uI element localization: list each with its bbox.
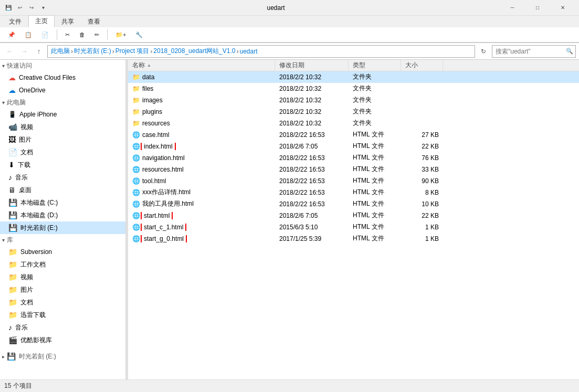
- forward-button[interactable]: →: [18, 45, 30, 58]
- file-row[interactable]: 📁plugins2018/2/2 10:32文件夹: [128, 106, 579, 118]
- sidebar-bottom-diske-label: 时光若刻 (E:): [19, 352, 56, 361]
- file-icon: 📁: [132, 85, 140, 92]
- tab-share[interactable]: 共享: [55, 16, 81, 27]
- diske-icon: 💾: [8, 224, 17, 232]
- file-row[interactable]: 📁images2018/2/2 10:32文件夹: [128, 94, 579, 106]
- tab-view[interactable]: 查看: [81, 16, 107, 27]
- sidebar-item-desktop[interactable]: 🖥 桌面: [0, 184, 125, 196]
- file-cell-size: 22 KB: [401, 212, 443, 219]
- col-header-name[interactable]: 名称 ▲: [128, 60, 275, 71]
- status-bar: 15 个项目: [0, 379, 579, 392]
- path-site[interactable]: 2018_0208_uedart网站_V1.0: [153, 47, 235, 56]
- path-uedart[interactable]: uedart: [239, 48, 257, 55]
- sidebar-item-subversion-label: Subversion: [20, 248, 52, 256]
- path-thispc[interactable]: 此电脑: [51, 47, 70, 56]
- file-row[interactable]: 🌐我的工具使用.html2018/2/22 16:53HTML 文件10 KB: [128, 198, 579, 210]
- file-icon: 📁: [132, 97, 140, 104]
- maximize-button[interactable]: □: [525, 0, 550, 16]
- file-row[interactable]: 🌐index.html2018/2/6 7:05HTML 文件22 KB: [128, 141, 579, 152]
- search-icon[interactable]: 🔍: [564, 46, 575, 57]
- ribbon-rename-button[interactable]: ✏: [91, 30, 103, 40]
- search-input[interactable]: [492, 45, 576, 58]
- path-project[interactable]: Project 项目: [115, 47, 150, 56]
- file-row[interactable]: 📁data2018/2/2 10:32文件夹: [128, 71, 579, 83]
- file-row[interactable]: 🌐tool.html2018/2/22 16:53HTML 文件90 KB: [128, 175, 579, 187]
- sidebar-item-downloads-label: 下载: [18, 161, 30, 169]
- sidebar-item-lib-videos[interactable]: 📁 视频: [0, 271, 125, 283]
- dropdown-arrow-icon[interactable]: ▾: [39, 4, 47, 12]
- sidebar-item-diske[interactable]: 💾 时光若刻 (E:): [0, 221, 125, 234]
- file-name-label: start.html: [142, 212, 171, 219]
- minimize-button[interactable]: ─: [500, 0, 524, 16]
- file-cell-date: 2018/2/22 16:53: [275, 189, 349, 196]
- file-icon: 📁: [132, 73, 140, 81]
- sidebar-item-diske-label: 时光若刻 (E:): [20, 224, 58, 232]
- ribbon-newfolder-button[interactable]: 📁+: [112, 30, 130, 40]
- sidebar-item-downloads[interactable]: ⬇ 下载: [0, 158, 125, 171]
- file-cell-name: 🌐xxx作品详情.html: [128, 188, 275, 197]
- sidebar-item-bottom-diske[interactable]: ▸ 💾 时光若刻 (E:): [0, 351, 125, 362]
- tab-home[interactable]: 主页: [28, 15, 55, 27]
- sidebar-item-diskc[interactable]: 💾 本地磁盘 (C:): [0, 196, 125, 209]
- col-header-name-label: 名称: [132, 61, 145, 70]
- sidebar-item-onedrive[interactable]: ☁ OneDrive: [0, 84, 125, 97]
- sidebar-item-iphone[interactable]: 📱 Apple iPhone: [0, 108, 125, 121]
- file-row[interactable]: 🌐case.html2018/2/22 16:53HTML 文件27 KB: [128, 129, 579, 141]
- sidebar-item-iphone-label: Apple iPhone: [19, 111, 57, 118]
- sidebar-section-quickaccess[interactable]: ▾ 快速访问: [0, 60, 125, 71]
- up-button[interactable]: ↑: [33, 45, 45, 58]
- sidebar-item-music[interactable]: ♪ 音乐: [0, 171, 125, 184]
- file-row[interactable]: 🌐xxx作品详情.html2018/2/22 16:53HTML 文件8 KB: [128, 187, 579, 198]
- workdocs-icon: 📁: [8, 260, 17, 269]
- sidebar-item-thunder[interactable]: 📁 迅雷下载: [0, 309, 125, 321]
- sidebar-item-youku[interactable]: 🎬 优酷影视库: [0, 334, 125, 346]
- col-header-date[interactable]: 修改日期: [275, 60, 349, 71]
- ribbon-move-button[interactable]: ✂: [61, 30, 73, 40]
- back-button[interactable]: ←: [3, 45, 16, 58]
- file-row[interactable]: 🌐start_g_0.html2017/1/25 5:39HTML 文件1 KB: [128, 233, 579, 245]
- col-header-size[interactable]: 大小: [401, 60, 443, 71]
- file-row[interactable]: 📁resources2018/2/2 10:32文件夹: [128, 118, 579, 129]
- sidebar-item-videos[interactable]: 📹 视频: [0, 121, 125, 133]
- file-row[interactable]: 🌐start_c_1.html2015/6/3 5:10HTML 文件1 KB: [128, 221, 579, 233]
- sidebar: ▾ 快速访问 ☁ Creative Cloud Files ☁ OneDrive…: [0, 60, 126, 379]
- sidebar-item-diskd[interactable]: 💾 本地磁盘 (D:): [0, 209, 125, 221]
- close-button[interactable]: ✕: [551, 0, 575, 16]
- file-icon: 🌐: [132, 177, 140, 185]
- address-path[interactable]: 此电脑 › 时光若刻 (E:) › Project 项目 › 2018_0208…: [47, 45, 475, 58]
- col-header-type[interactable]: 类型: [349, 60, 401, 71]
- file-cell-name: 📁plugins: [128, 108, 275, 115]
- ribbon-properties-button[interactable]: 🔧: [132, 30, 146, 40]
- sidebar-item-lib-music[interactable]: ♪ 音乐: [0, 321, 125, 334]
- file-icon: 🌐: [132, 131, 140, 139]
- refresh-button[interactable]: ↻: [477, 45, 490, 58]
- sidebar-item-pictures[interactable]: 🖼 图片: [0, 133, 125, 146]
- file-row[interactable]: 📁files2018/2/2 10:32文件夹: [128, 83, 579, 94]
- ribbon-delete-button[interactable]: 🗑: [76, 30, 89, 39]
- file-icon: 🌐: [132, 143, 140, 150]
- tab-file[interactable]: 文件: [2, 16, 28, 27]
- sidebar-item-music-label: 音乐: [15, 173, 28, 182]
- sidebar-item-subversion[interactable]: 📁 Subversion: [0, 246, 125, 258]
- desktop-icon: 🖥: [8, 186, 16, 194]
- sidebar-item-workdocs[interactable]: 📁 工作文档: [0, 258, 125, 271]
- sidebar-item-lib-docs[interactable]: 📁 文档: [0, 296, 125, 309]
- ribbon-pin-button[interactable]: 📌: [4, 30, 19, 40]
- music-icon: ♪: [8, 173, 12, 182]
- ribbon-copy-button[interactable]: 📋: [21, 30, 36, 40]
- sidebar-section-library[interactable]: ▾ 库: [0, 234, 125, 246]
- file-cell-date: 2018/2/22 16:53: [275, 200, 349, 208]
- file-row[interactable]: 🌐start.html2018/2/6 7:05HTML 文件22 KB: [128, 210, 579, 221]
- file-cell-size: 22 KB: [401, 143, 443, 150]
- ribbon-paste-button[interactable]: 📄: [38, 30, 52, 40]
- file-row[interactable]: 🌐resources.html2018/2/22 16:53HTML 文件33 …: [128, 164, 579, 175]
- iphone-icon: 📱: [8, 111, 16, 118]
- file-cell-name: 🌐navigation.html: [128, 154, 275, 162]
- sidebar-section-thispc[interactable]: ▾ 此电脑: [0, 97, 125, 108]
- file-row[interactable]: 🌐navigation.html2018/2/22 16:53HTML 文件76…: [128, 152, 579, 164]
- sidebar-item-videos-label: 视频: [20, 123, 33, 132]
- sidebar-item-lib-pictures[interactable]: 📁 图片: [0, 283, 125, 296]
- sidebar-item-docs[interactable]: 📄 文档: [0, 146, 125, 158]
- sidebar-item-creativecloud[interactable]: ☁ Creative Cloud Files: [0, 71, 125, 84]
- path-drive[interactable]: 时光若刻 (E:): [74, 47, 111, 56]
